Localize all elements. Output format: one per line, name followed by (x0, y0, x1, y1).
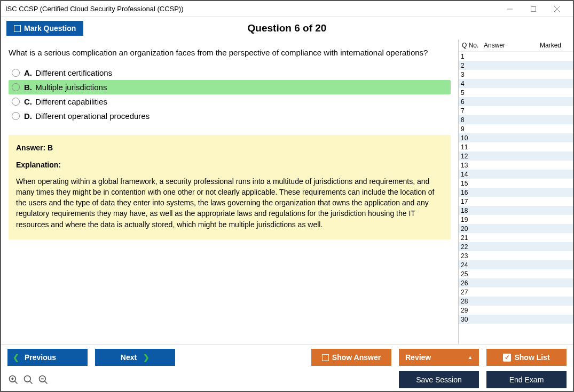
maximize-button[interactable] (522, 2, 545, 17)
question-row[interactable]: 10 (459, 133, 573, 142)
show-list-button[interactable]: ✓ Show List (486, 349, 567, 366)
row-number: 25 (459, 270, 483, 278)
row-number: 14 (459, 171, 483, 178)
row-number: 27 (459, 289, 483, 296)
question-row[interactable]: 4 (459, 79, 573, 88)
radio-icon (12, 98, 20, 106)
svg-rect-1 (531, 6, 536, 11)
zoom-in-icon[interactable] (7, 374, 19, 386)
row-number: 23 (459, 252, 483, 260)
question-row[interactable]: 5 (459, 88, 573, 97)
question-row[interactable]: 1 (459, 52, 573, 61)
options-list: A. Different certificationsB. Multiple j… (9, 66, 451, 123)
col-qno: Q No. (460, 42, 484, 49)
row-number: 13 (459, 162, 483, 169)
svg-line-11 (45, 381, 48, 384)
radio-icon (12, 112, 20, 120)
zoom-reset-icon[interactable] (22, 374, 34, 386)
question-row[interactable]: 26 (459, 278, 573, 287)
window-title: ISC CCSP (Certified Cloud Security Profe… (5, 5, 498, 13)
question-row[interactable]: 8 (459, 115, 573, 124)
question-row[interactable]: 22 (459, 242, 573, 251)
option-A[interactable]: A. Different certifications (9, 66, 451, 80)
row-number: 29 (459, 307, 483, 314)
question-row[interactable]: 19 (459, 215, 573, 224)
question-row[interactable]: 14 (459, 170, 573, 179)
question-row[interactable]: 30 (459, 315, 573, 324)
row-number: 11 (459, 143, 483, 151)
row-number: 1 (459, 53, 483, 60)
zoom-out-icon[interactable] (37, 374, 49, 386)
previous-label: Previous (25, 353, 56, 362)
svg-line-9 (30, 381, 33, 384)
review-button[interactable]: Review ▲ (399, 349, 479, 366)
titlebar: ISC CCSP (Certified Cloud Security Profe… (1, 1, 573, 17)
question-row[interactable]: 28 (459, 297, 573, 306)
question-row[interactable]: 11 (459, 142, 573, 151)
bottom-bar: ❮ Previous Next ❯ Show Answer Review ▲ ✓… (1, 344, 573, 391)
minimize-button[interactable] (498, 2, 522, 17)
row-number: 21 (459, 234, 483, 242)
question-row[interactable]: 16 (459, 188, 573, 197)
question-row[interactable]: 12 (459, 151, 573, 161)
row-number: 22 (459, 243, 483, 251)
question-list-sidebar: Q No. Answer Marked 12345678910111213141… (458, 39, 573, 344)
question-row[interactable]: 21 (459, 233, 573, 242)
question-row[interactable]: 15 (459, 179, 573, 188)
checkbox-icon (14, 25, 21, 32)
radio-icon (12, 69, 20, 77)
end-exam-button[interactable]: End Exam (486, 371, 567, 388)
question-row[interactable]: 3 (459, 70, 573, 79)
question-row[interactable]: 9 (459, 124, 573, 133)
button-row-2: Save Session End Exam (7, 371, 567, 388)
explanation-text: When operating within a global framework… (16, 176, 443, 230)
row-number: 26 (459, 279, 483, 287)
content-area: What is a serious complication an organi… (1, 39, 573, 344)
row-number: 6 (459, 98, 483, 106)
col-marked: Marked (540, 42, 572, 49)
show-list-label: Show List (514, 353, 549, 362)
svg-line-5 (15, 381, 18, 384)
sidebar-body[interactable]: 1234567891011121314151617181920212223242… (459, 52, 573, 344)
row-number: 9 (459, 125, 483, 133)
option-D[interactable]: D. Different operational procedures (9, 109, 451, 123)
sidebar-header: Q No. Answer Marked (459, 39, 573, 52)
chevron-right-icon: ❯ (143, 353, 150, 362)
show-answer-label: Show Answer (332, 353, 381, 362)
question-row[interactable]: 24 (459, 260, 573, 269)
option-C[interactable]: C. Different capabilities (9, 94, 451, 109)
show-answer-button[interactable]: Show Answer (311, 349, 391, 366)
row-number: 30 (459, 316, 483, 323)
question-text: What is a serious complication an organi… (9, 47, 451, 58)
option-text: Different operational procedures (35, 111, 150, 121)
check-icon: ✓ (503, 354, 511, 362)
question-row[interactable]: 29 (459, 306, 573, 315)
row-number: 10 (459, 134, 483, 142)
next-button[interactable]: Next ❯ (95, 349, 175, 366)
close-button[interactable] (545, 2, 569, 17)
question-row[interactable]: 18 (459, 206, 573, 215)
row-number: 7 (459, 107, 483, 115)
main-panel: What is a serious complication an organi… (1, 39, 458, 344)
window-controls (498, 2, 569, 17)
option-B[interactable]: B. Multiple jurisdictions (9, 80, 451, 94)
question-row[interactable]: 17 (459, 197, 573, 206)
question-row[interactable]: 20 (459, 224, 573, 233)
save-session-button[interactable]: Save Session (399, 371, 479, 388)
question-row[interactable]: 13 (459, 161, 573, 170)
question-row[interactable]: 25 (459, 269, 573, 278)
mark-question-button[interactable]: Mark Question (6, 21, 83, 36)
answer-line: Answer: B (16, 142, 443, 153)
row-number: 19 (459, 216, 483, 223)
row-number: 15 (459, 180, 483, 187)
row-number: 3 (459, 71, 483, 78)
previous-button[interactable]: ❮ Previous (7, 349, 88, 366)
mark-label: Mark Question (24, 24, 76, 33)
question-row[interactable]: 2 (459, 61, 573, 70)
question-row[interactable]: 7 (459, 106, 573, 115)
option-letter: A. (24, 68, 32, 77)
row-number: 8 (459, 116, 483, 124)
question-row[interactable]: 27 (459, 287, 573, 297)
question-row[interactable]: 6 (459, 97, 573, 106)
question-row[interactable]: 23 (459, 251, 573, 260)
